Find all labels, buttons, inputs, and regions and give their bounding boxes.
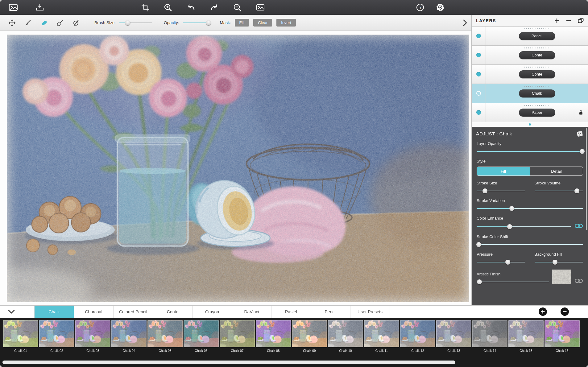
stroke-variation-knob[interactable] [509,206,514,211]
layer-row-paper[interactable]: Paper [472,103,588,122]
compare-image-icon[interactable] [256,3,265,12]
randomize-dice-icon[interactable] [576,130,584,137]
preset-thumbnail[interactable]: Chalk 15 [508,320,544,359]
preset-thumbnail[interactable]: Chalk 08 [256,320,291,359]
layer-row-pencil[interactable]: Pencil [472,27,588,46]
open-image-icon[interactable] [9,3,18,12]
artistic-finish-slider[interactable] [477,279,549,284]
adjust-scrollbar[interactable] [586,128,587,230]
layer-row-conte-1[interactable]: Conte [472,46,588,65]
toolbar-expand-chevron-icon[interactable] [463,19,467,26]
tab-user-presets[interactable]: User Presets [350,306,390,318]
preset-thumbnail[interactable]: Chalk 16 [545,320,580,359]
stroke-size-knob[interactable] [482,188,487,193]
layer-drag-handle[interactable] [524,47,550,48]
pressure-knob[interactable] [505,260,510,265]
layer-row-chalk-selected[interactable]: Chalk [472,84,588,103]
preset-thumbnail[interactable]: Chalk 04 [111,320,147,359]
settings-gear-icon[interactable] [436,3,445,12]
preset-thumbnail[interactable]: Chalk 14 [472,320,507,359]
background-fill-knob[interactable] [553,260,557,265]
tab-conte[interactable]: Conte [153,306,193,318]
stroke-size-slider[interactable] [477,188,525,193]
background-fill-slider[interactable] [535,260,583,265]
stroke-color-shift-knob[interactable] [476,242,481,247]
export-icon[interactable] [35,3,44,12]
tab-colored-pencil[interactable]: Colored Pencil [114,306,153,318]
opacity-knob[interactable] [206,20,211,25]
preset-scrollbar-thumb[interactable] [2,361,455,364]
crop-icon[interactable] [141,3,150,12]
stroke-volume-slider[interactable] [535,188,583,193]
link-icon[interactable] [574,224,583,229]
layer-visibility-toggle[interactable] [472,27,486,45]
preset-thumbnail[interactable]: Chalk 06 [184,320,219,359]
duplicate-layer-icon[interactable] [578,18,584,23]
tab-chalk[interactable]: Chalk [35,306,74,318]
mask-invert-button[interactable]: Invert [276,19,296,27]
layer-drag-handle[interactable] [524,28,550,29]
tab-crayon[interactable]: Crayon [193,306,232,318]
mask-clear-button[interactable]: Clear [253,19,272,27]
preset-thumbnail[interactable]: Chalk 02 [39,320,74,359]
layer-visibility-toggle[interactable] [472,65,486,84]
stroke-volume-knob[interactable] [574,188,579,193]
texture-link-icon[interactable] [574,278,583,284]
layer-drag-handle[interactable] [524,67,550,68]
tab-pastel[interactable]: Pastel [271,306,311,318]
preset-thumbnail[interactable]: Chalk 05 [147,320,183,359]
preset-thumbnail[interactable]: Chalk 11 [364,320,399,359]
preset-scrollbar-track[interactable] [0,359,588,367]
zoom-out-icon[interactable] [233,3,242,12]
tab-pencil[interactable]: Pencil [311,306,350,318]
eraser-tool-icon[interactable] [39,18,49,27]
style-fill-button[interactable]: Fill [477,167,530,175]
add-layer-icon[interactable] [554,18,559,23]
undo-icon[interactable] [186,3,196,12]
stroke-color-shift-slider[interactable] [477,242,583,247]
collapse-presets-chevron-icon[interactable] [0,306,35,318]
layer-visibility-toggle[interactable] [472,103,486,122]
preset-thumbnail[interactable]: Chalk 10 [328,320,363,359]
tab-davinci[interactable]: DaVinci [232,306,271,318]
artistic-finish-knob[interactable] [477,279,482,284]
opacity-slider[interactable] [183,20,211,25]
preset-thumbnail[interactable]: Chalk 13 [436,320,471,359]
layer-name-button[interactable]: Pencil [519,32,555,40]
smudge-tool-icon[interactable] [72,18,81,27]
layer-row-conte-2[interactable]: Conte [472,65,588,84]
layer-visibility-toggle[interactable] [472,84,486,103]
layer-visibility-toggle[interactable] [472,46,486,64]
preset-thumbnail[interactable]: Chalk 03 [75,320,110,359]
color-enhance-knob[interactable] [507,224,512,229]
layer-name-button[interactable]: Paper [519,109,555,117]
remove-preset-button[interactable] [561,307,569,316]
tab-charcoal[interactable]: Charcoal [74,306,114,318]
preset-thumbnail[interactable]: Chalk 12 [400,320,435,359]
pressure-slider[interactable] [477,260,525,265]
move-tool-icon[interactable] [7,18,17,27]
layer-opacity-knob[interactable] [580,149,585,154]
style-detail-button[interactable]: Detail [530,167,583,175]
round-brush-tool-icon[interactable] [56,18,65,27]
paint-brush-tool-icon[interactable] [23,18,33,27]
brush-size-knob[interactable] [125,20,130,25]
add-preset-button[interactable] [539,307,547,316]
layer-name-button[interactable]: Conte [519,51,555,59]
preset-thumbnail[interactable]: Chalk 01 [3,320,38,359]
color-enhance-slider[interactable] [477,224,571,229]
mask-fill-button[interactable]: Fill [235,19,249,27]
layer-drag-handle[interactable] [524,86,550,87]
redo-icon[interactable] [210,3,219,12]
canvas-image[interactable] [7,35,469,302]
remove-layer-icon[interactable] [566,18,571,23]
layer-name-button[interactable]: Chalk [519,89,555,97]
zoom-in-icon[interactable] [164,3,172,12]
layer-opacity-slider[interactable] [477,149,583,154]
stroke-variation-slider[interactable] [477,206,583,211]
preset-thumbnail[interactable]: Chalk 07 [220,320,255,359]
layer-name-button[interactable]: Conte [519,70,555,78]
brush-size-slider[interactable] [119,20,152,25]
finish-texture-thumbnail[interactable] [552,270,571,284]
preset-thumbnail[interactable]: Chalk 09 [292,320,327,359]
